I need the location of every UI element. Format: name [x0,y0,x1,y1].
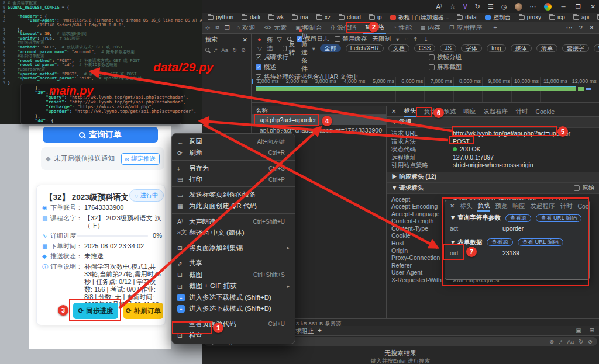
option-checkbox[interactable]: ✓ 概述 [256,63,408,71]
bookmark-item[interactable]: wk [268,14,284,20]
request-type-pill[interactable]: 套接字 [562,44,589,52]
regex-toggle[interactable]: .* [214,47,217,53]
general-section-header[interactable]: ▼ 常规 [391,118,411,126]
expand-drawer-icon[interactable]: ⊞ [590,327,594,334]
payload-tab[interactable]: 标头 [460,201,472,212]
request-type-pill[interactable]: Img [487,44,506,52]
context-menu-item[interactable]: ← 返回 Alt+向左键 [172,136,295,148]
context-menu-item[interactable]: ⊡ 检查 [172,330,295,342]
request-type-pill[interactable]: Wasm [594,44,599,52]
devtools-tool-icon[interactable]: ⊹ [205,25,210,31]
raw-headers-checkbox[interactable]: 原始 [574,184,594,192]
titlebar-icon[interactable]: ☰ [488,3,494,11]
titlebar-icon[interactable]: ◷ [501,3,507,11]
code-snippet-content[interactable]: }, "29": { "query": "http://wk.lyynb.top… [22,86,180,123]
devtools-tab[interactable]: ❐ 应用程序 [447,22,484,34]
details-tab[interactable]: 标头 [404,106,416,117]
titlebar-icon[interactable]: V [463,3,467,10]
bookmark-item[interactable]: python [208,14,233,20]
close-devtools-icon[interactable]: ✕ [589,24,594,32]
bookmark-item[interactable]: 教程 | 白嫖加速器... [390,13,449,22]
refresh-search-icon[interactable]: ↻ [232,47,237,53]
context-menu-item[interactable]: ⊡ 截图 Ctrl+Shift+S [172,269,295,281]
context-menu-item[interactable]: ⇗ 共享 [172,258,295,269]
option-checkbox[interactable]: ✓ 大请求行 [256,53,408,61]
request-type-pill[interactable]: CSS [414,44,436,52]
details-tab[interactable]: 发起程序 [483,106,508,117]
context-menu-item[interactable]: ⊡ 截图 + GIF 捕获 ▸ [172,280,295,292]
payload-tab[interactable]: 响应 [512,201,525,212]
devtools-tab[interactable]: ◔ 性能 [391,22,413,34]
details-tab[interactable]: Cookie [535,106,555,117]
titlebar-icon[interactable]: ✕ [591,4,595,10]
cancel-search-icon[interactable]: ⊘ [588,338,593,345]
payload-tab[interactable]: 计时 [560,201,572,212]
devtools-tab[interactable]: ▦ 内存 [419,22,443,34]
query-order-button[interactable]: 查询订单 [43,127,158,143]
request-type-pill[interactable]: 文档 [388,44,409,52]
bookmark-item[interactable]: icp [549,14,565,20]
regex-toggle[interactable]: .* [559,338,562,345]
refresh-search-icon[interactable]: ↻ [579,338,583,345]
titlebar-icon[interactable]: ⋯ [530,3,536,11]
sync-progress-button[interactable]: ⟳ 同步进度 [73,303,118,319]
drawer-tab-partial[interactable]: 求阻止 [295,327,314,335]
bookmark-item[interactable]: proxy [519,14,541,20]
refill-order-button[interactable]: ⟳ 补刷订单 [123,303,163,319]
clear-input-icon[interactable]: ⊗ [549,338,554,345]
devtools-tool-icon[interactable]: ❐ [225,25,230,31]
details-tab[interactable]: 预览 [443,106,456,117]
devtools-tab[interactable]: {} 源代码 [329,22,358,34]
bookmark-item[interactable]: 控制台 [485,13,511,22]
code-editor-content[interactable]: 8# 全局请求配置9GLOBAL_REQUEST_CONFIG = {01 "h… [0,0,202,85]
help-icon[interactable]: ? [579,25,583,32]
devtools-tab[interactable]: ▣ 控制台 [294,22,324,34]
devtools-tool-icon[interactable]: ⧈ [215,24,219,31]
context-menu-item[interactable]: a文 翻译为 中文 (简体) [172,227,295,240]
context-menu-item[interactable]: 查看页面源代码 Ctrl+U [172,318,295,330]
record-icon[interactable]: ● [257,36,261,43]
option-checkbox[interactable]: 屏幕截图 [429,63,522,71]
close-search-pane-icon[interactable]: ✕ [242,36,247,43]
query-string-section[interactable]: ▼ 查询字符串参数 [450,214,501,222]
dock-side-icon[interactable]: ▣ [576,327,581,334]
request-type-pill[interactable]: 全部 [320,44,341,52]
request-type-pill[interactable]: Fetch/XHR [346,44,384,52]
disable-cache-checkbox[interactable]: 禁用缓存 [335,35,367,43]
details-tab[interactable]: 计时 [515,106,528,117]
titlebar-icon[interactable] [515,3,522,11]
context-menu-item[interactable]: ⇣ 进入多选下载模式 (Shift+D) [172,292,295,304]
clear-search-icon[interactable]: ⊘ [241,47,246,53]
bookmark-item[interactable]: xz [316,14,331,20]
context-menu-item[interactable]: ⇣ 进入多选下载模式 (Shift+D) [172,303,295,316]
devtools-tab[interactable]: ⇅ 网络 [363,22,387,34]
context-menu-item[interactable]: ▦ 为此页面创建 QR 代码 [172,201,295,214]
close-details-icon[interactable]: ✕ [391,108,396,115]
context-menu-item[interactable]: ⊞ 将页面添加到集锦 ▸ [172,242,295,255]
bookmark-item[interactable]: ip [369,14,382,20]
export-har-icon[interactable]: ↧ [424,36,429,43]
throttling-select[interactable]: 无限制 [373,35,391,43]
add-drawer-tab-button[interactable]: + [318,327,322,335]
context-menu-item[interactable]: ⤓ 另存为 Ctrl+S [172,163,295,175]
titlebar-icon[interactable]: ❐ [576,4,581,10]
view-url-encoded-button[interactable]: 查看 URL 编码 [536,214,581,222]
chevron-down-icon[interactable]: ▾ [396,36,399,43]
network-conditions-icon[interactable]: ≈ [404,36,408,43]
bookmark-item[interactable]: data [457,14,476,20]
view-url-encoded-button[interactable]: 查看 URL 编码 [518,238,563,246]
details-tab[interactable]: 负载 [424,106,436,117]
close-icon[interactable]: ✕ [450,203,455,209]
response-headers-section[interactable]: ▶ 响应标头 (12) [391,173,436,181]
search-icon[interactable] [205,48,209,52]
details-tab[interactable]: 响应 [463,106,476,117]
bookmark-item[interactable]: ma [292,14,308,20]
titlebar-icon[interactable]: ☆ [450,3,456,11]
devtools-tab[interactable]: </> 元素 [262,22,288,34]
devtools-tab[interactable]: ⌂ 欢迎 [235,22,257,34]
request-type-pill[interactable]: 媒体 [511,44,532,52]
titlebar-icon[interactable]: ↻ [475,3,480,11]
bookmark-item[interactable]: cloud [339,14,361,20]
payload-tab[interactable]: Cookie [577,201,589,212]
view-source-button[interactable]: 查看源 [487,238,513,246]
